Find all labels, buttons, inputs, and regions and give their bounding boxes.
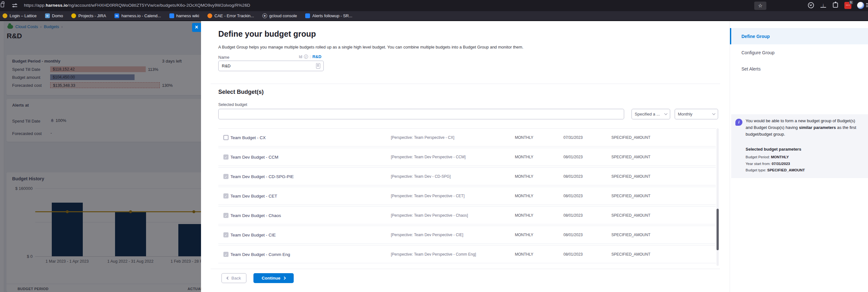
bookmark-star-icon[interactable]: ☆ [754,2,766,10]
budget-name: Team Dev Budget - Comm Eng [230,252,290,257]
budget-period: MONTHLY [515,252,533,257]
bookmark-label: harness wiki [177,13,199,18]
wizard-step-configure-group[interactable]: Configure Group [730,44,868,61]
select-budgets-title: Select Budget(s) [218,89,264,96]
pocket-icon[interactable] [808,2,814,8]
budget-period: MONTHLY [515,194,533,198]
budget-checkbox[interactable]: ✓ [223,232,228,238]
lastpass-icon[interactable]: ...1 [844,2,851,9]
bookmark-item[interactable]: Projects - JIRA [71,13,106,18]
period-dropdown[interactable]: Monthly [675,109,718,119]
bookmark-item[interactable]: CAE - Error Trackin... [208,13,254,18]
budget-perspective: [Perspective: Team Dev Perspective - CCM… [391,155,466,159]
download-icon[interactable]: ↓ [820,3,826,8]
id-value: R&D [312,54,321,59]
chrome-separator [0,21,868,21]
budget-row[interactable]: ✓Team Dev Budget - Comm Eng[Perspective:… [218,245,716,263]
bookmarks-bar: Login – LatticeDDomoProjects - JIRA31har… [0,11,868,21]
bookmark-label: harness.io - Calend... [121,13,161,18]
wizard-step-set-alerts[interactable]: Set Alerts [730,61,868,77]
lattice-favicon [3,13,7,18]
jira-favicon [71,13,76,18]
globe-favicon: ⊕ [262,13,267,18]
budget-row[interactable]: ✓Team Dev Budget - CD-SPG-PIE[Perspectiv… [218,167,716,185]
budget-type: SPECIFIED_AMOUNT [611,252,650,257]
budget-checkbox[interactable]: ✓ [223,252,228,257]
profile-avatar[interactable] [857,2,864,9]
budget-name: Team Dev Budget - CET [230,193,277,198]
close-button[interactable]: × [192,23,201,32]
name-input-icon[interactable] [316,63,320,69]
divider [211,269,720,269]
budget-start-date: 08/01/2023 [563,194,583,198]
budget-name: Team Dev Budget - CD-SPG-PIE [230,174,294,179]
hint-panel: i You would be able to form a new budget… [731,114,868,178]
budget-checkbox[interactable]: ✓ [223,213,228,218]
bookmark-item[interactable]: Login – Lattice [3,13,37,18]
chevron-right-icon [283,277,286,280]
budget-start-date: 08/01/2023 [563,213,583,218]
cae-favicon [208,13,212,18]
budget-row[interactable]: ✓Team Dev Budget - CET[Perspective: Team… [218,187,716,205]
budget-perspective: [Perspective: Team Dev Perspective - Cha… [391,213,468,218]
lock-icon[interactable] [1,3,4,7]
budget-parameter: Budget type: SPECIFIED_AMOUNT [746,167,805,174]
budget-perspective: [Perspective: Team Dev Perspective - CET… [391,194,465,198]
budget-row[interactable]: ✓Team Dev Budget - CCM[Perspective: Team… [218,148,716,166]
wizard-step-label: Define Group [741,34,770,39]
domo-favicon: D [45,13,50,18]
bookmark-item[interactable]: Alerts followup - SR... [305,13,352,18]
budget-start-date: 08/01/2023 [563,252,583,257]
bookmark-item[interactable]: 31harness.io - Calend... [115,13,161,18]
budget-type: SPECIFIED_AMOUNT [611,135,650,140]
budget-type-dropdown[interactable]: Specified a ... [631,109,670,119]
budget-row[interactable]: Team Budget - CX[Perspective: Team Persp… [218,128,716,146]
scrollbar-thumb[interactable] [716,209,719,250]
budget-checkbox[interactable] [223,135,228,140]
selected-budget-label: Selected budget [218,103,247,107]
bookmark-label: Domo [52,13,63,18]
budget-type: SPECIFIED_AMOUNT [611,155,650,159]
budget-row[interactable]: ✓Team Dev Budget - Chaos[Perspective: Te… [218,206,716,224]
budget-period: MONTHLY [515,233,533,237]
wizard-step-label: Set Alerts [741,66,761,71]
extension-icon[interactable] [833,3,838,8]
url-field[interactable]: https://app.harness.io/ng/account/wFHXHD… [24,3,250,8]
continue-button[interactable]: Continue [253,273,294,283]
budget-perspective: [Perspective: Team Dev Perspective - Com… [391,252,476,257]
chevron-left-icon [226,277,230,280]
budget-name: Team Dev Budget - CIE [230,232,276,237]
bookmark-item[interactable]: DDomo [45,13,63,18]
budget-start-date: 08/01/2023 [563,174,583,179]
budget-type: SPECIFIED_AMOUNT [611,174,650,179]
wizard-step-define-group[interactable]: Define Group [730,28,868,44]
menu-icon[interactable] [866,3,868,8]
budget-checkbox[interactable]: ✓ [223,193,228,198]
budget-parameter: Budget Period: MONTHLY [746,154,805,160]
budget-parameter: Year start from: 07/31/2023 [746,160,805,167]
name-label: Name [218,55,229,60]
back-button[interactable]: Back [221,273,246,283]
budget-checkbox[interactable]: ✓ [223,174,228,179]
chevron-down-icon [664,112,668,115]
bookmark-label: Login – Lattice [9,13,37,18]
budget-type: SPECIFIED_AMOUNT [611,233,650,237]
selected-budget-input[interactable] [218,109,624,119]
budget-name: Team Dev Budget - Chaos [230,213,281,218]
screen: https://app.harness.io/ng/account/wFHXHD… [0,0,868,292]
name-input[interactable] [218,61,324,71]
bookmark-item[interactable]: harness wiki [169,13,199,18]
permissions-icon[interactable] [12,4,17,7]
budget-name: Team Budget - CX [230,135,266,140]
id-row: Id i : R&D [299,54,321,59]
hint-message: You would be able to form a new budget g… [746,117,861,138]
budget-row[interactable]: ✓Team Dev Budget - CIE[Perspective: Team… [218,226,716,244]
budget-type: SPECIFIED_AMOUNT [611,194,650,198]
extension-badge: 1 [849,1,853,4]
bookmark-label: CAE - Error Trackin... [214,13,254,18]
info-icon[interactable]: i [304,54,308,59]
budget-checkbox[interactable]: ✓ [223,154,228,159]
chevron-down-icon [712,112,716,115]
budget-group-wizard: Define your budget group A Budget Group … [201,21,730,292]
bookmark-item[interactable]: ⊕gcloud console [262,13,297,18]
